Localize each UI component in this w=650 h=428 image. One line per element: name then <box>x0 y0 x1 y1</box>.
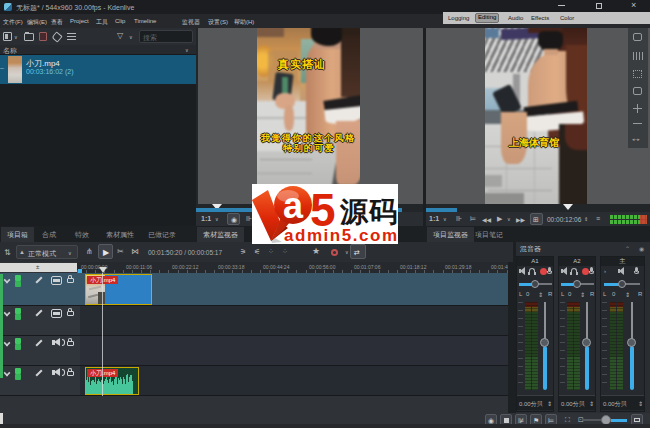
svg-text:admin5.com: admin5.com <box>284 226 397 244</box>
svg-text:a: a <box>283 185 304 226</box>
svg-text:源码: 源码 <box>339 196 397 227</box>
